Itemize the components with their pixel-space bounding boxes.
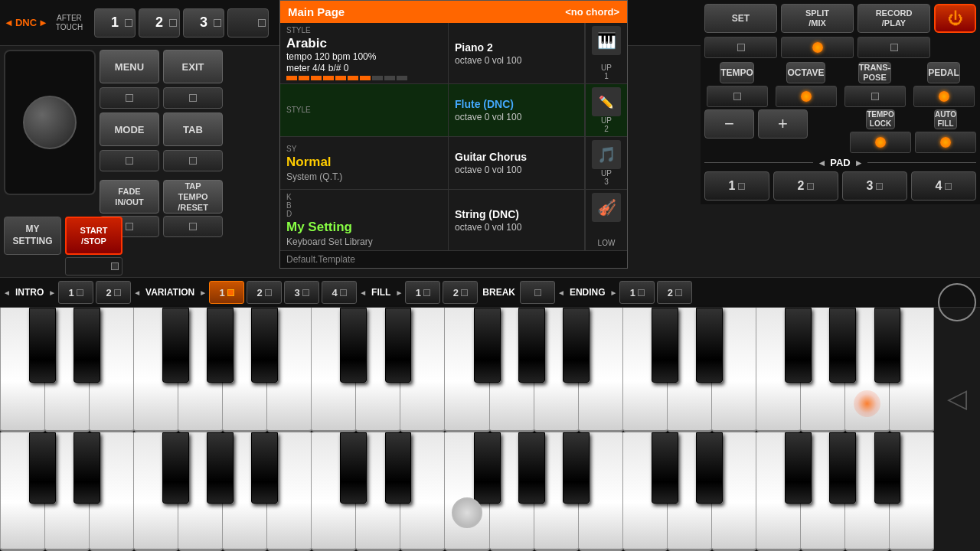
white-key-b1[interactable] — [267, 308, 312, 432]
white-key-d4[interactable] — [45, 432, 90, 551]
var-btn-1[interactable]: 1 — [209, 281, 244, 304]
tempo-lock-button[interactable]: TEMPO LOCK — [866, 109, 895, 129]
white-key-f6[interactable] — [756, 432, 801, 551]
joystick-area[interactable] — [4, 50, 96, 195]
white-key-e2[interactable] — [400, 308, 445, 432]
tab-button[interactable]: TAB — [163, 112, 223, 146]
white-key-f4[interactable] — [134, 432, 178, 551]
var-right-arrow[interactable]: ► — [199, 289, 207, 297]
style-row-flute[interactable]: STYLE Flute (DNC) octave 0 vol 100 ✏️ UP… — [280, 84, 627, 137]
circle-button[interactable] — [938, 283, 976, 321]
white-key-f2[interactable] — [445, 308, 489, 432]
var-btn-3[interactable]: 3 — [284, 281, 319, 304]
intro-btn-2[interactable]: 2 — [96, 281, 131, 304]
channel-3-button[interactable]: 3 — [183, 8, 224, 37]
record-play-button[interactable]: RECORD /PLAY — [858, 4, 930, 33]
white-key-d1[interactable] — [45, 308, 90, 432]
white-key-a3[interactable] — [845, 308, 890, 432]
white-key-d2[interactable] — [356, 308, 400, 432]
ending-right-arrow[interactable]: ► — [610, 289, 618, 297]
white-key-a4[interactable] — [223, 432, 267, 551]
white-key-f5[interactable] — [445, 432, 489, 551]
tap-tempo-button[interactable]: TAP TEMPO /RESET — [163, 180, 223, 214]
pad-right-arrow[interactable]: ► — [854, 158, 864, 168]
channel-2-button[interactable]: 2 — [139, 8, 180, 37]
white-key-c5[interactable] — [312, 432, 356, 551]
white-key-b2[interactable] — [579, 308, 623, 432]
white-key-g2[interactable] — [490, 308, 534, 432]
plus-button[interactable]: + — [758, 109, 808, 139]
fill-btn-1[interactable]: 1 — [405, 281, 440, 304]
white-key-g1[interactable] — [178, 308, 223, 432]
white-key-c3[interactable] — [623, 308, 668, 432]
intro-btn-1[interactable]: 1 — [58, 281, 93, 304]
white-key-d6[interactable] — [668, 432, 712, 551]
fade-inout-button[interactable]: FADE IN/OUT — [100, 180, 159, 214]
white-key-c6[interactable] — [623, 432, 668, 551]
channel-4-button[interactable] — [227, 8, 269, 37]
white-key-c1[interactable] — [0, 308, 45, 432]
white-key-f3[interactable] — [756, 308, 801, 432]
ending-left-arrow[interactable]: ◄ — [557, 289, 565, 297]
back-arrow-button[interactable]: ◁ — [947, 383, 967, 413]
var-left-arrow[interactable]: ◄ — [133, 289, 141, 297]
white-key-g5[interactable] — [490, 432, 534, 551]
break-btn[interactable] — [520, 281, 555, 304]
channel-1-button[interactable]: 1 — [94, 8, 136, 37]
white-key-d3[interactable] — [668, 308, 712, 432]
style-row-normal[interactable]: SY Normal System (Q.T.) Guitar Chorus oc… — [280, 137, 627, 190]
var-btn-4[interactable]: 4 — [322, 281, 357, 304]
pad-btn-2[interactable]: 2 — [773, 171, 838, 201]
white-key-e3[interactable] — [712, 308, 756, 432]
start-stop-button[interactable]: START /STOP — [65, 217, 122, 255]
fill-btn-2[interactable]: 2 — [443, 281, 478, 304]
set-button[interactable]: SET — [704, 4, 777, 33]
dnc-left-arrow[interactable]: ◄ — [4, 17, 14, 28]
exit-button[interactable]: EXIT — [163, 50, 223, 83]
intro-right-arrow[interactable]: ► — [48, 289, 56, 297]
ending-btn-2[interactable]: 2 — [657, 281, 692, 304]
white-key-g4[interactable] — [178, 432, 223, 551]
my-setting-button[interactable]: MY SETTING — [4, 217, 61, 255]
menu-button[interactable]: MENU — [100, 50, 159, 83]
auto-fill-button[interactable]: AUTO FILL — [934, 109, 957, 129]
transpose-button[interactable]: TRANS- POSE — [858, 62, 892, 83]
pad-btn-1[interactable]: 1 — [704, 171, 769, 201]
joystick-knob[interactable] — [23, 96, 77, 149]
octave-button[interactable]: OCTAVE — [786, 62, 825, 83]
white-key-g6[interactable] — [801, 432, 845, 551]
white-key-e4[interactable] — [90, 432, 134, 551]
white-key-c4[interactable] — [0, 432, 45, 551]
minus-button[interactable]: − — [704, 109, 754, 139]
white-key-g3[interactable] — [801, 308, 845, 432]
style-row-mysetting[interactable]: K B D My Setting Keyboard Set Library St… — [280, 190, 627, 251]
pad-btn-3[interactable]: 3 — [842, 171, 907, 201]
white-key-d5[interactable] — [356, 432, 400, 551]
var-btn-2[interactable]: 2 — [247, 281, 282, 304]
pad-left-arrow[interactable]: ◄ — [817, 158, 826, 168]
white-key-b4[interactable] — [267, 432, 312, 551]
tempo-button[interactable]: TEMPO — [720, 62, 754, 83]
white-key-e6[interactable] — [712, 432, 756, 551]
white-key-f1[interactable] — [134, 308, 178, 432]
white-key-b6[interactable] — [890, 432, 934, 551]
white-key-a6[interactable] — [845, 432, 890, 551]
style-row-arabic[interactable]: STYLE Arabic tempo 120 bpm 100% meter 4/… — [280, 23, 627, 84]
power-button[interactable]: ⏻ — [934, 4, 976, 33]
white-key-b5[interactable] — [579, 432, 623, 551]
white-key-a5[interactable] — [534, 432, 579, 551]
white-key-e5[interactable] — [400, 432, 445, 551]
dnc-right-arrow[interactable]: ► — [38, 17, 48, 28]
ending-btn-1[interactable]: 1 — [619, 281, 655, 304]
white-key-a2[interactable] — [534, 308, 579, 432]
mode-button[interactable]: MODE — [100, 112, 159, 146]
white-key-b3[interactable] — [890, 308, 934, 432]
split-mix-button[interactable]: SPLIT /MIX — [781, 4, 854, 33]
pedal-button[interactable]: PEDAL — [927, 62, 960, 83]
fill-left-arrow[interactable]: ◄ — [359, 289, 367, 297]
white-key-c2[interactable] — [312, 308, 356, 432]
white-key-e1[interactable] — [90, 308, 134, 432]
pad-btn-4[interactable]: 4 — [911, 171, 976, 201]
intro-left-arrow[interactable]: ◄ — [3, 289, 11, 297]
white-key-a1[interactable] — [223, 308, 267, 432]
